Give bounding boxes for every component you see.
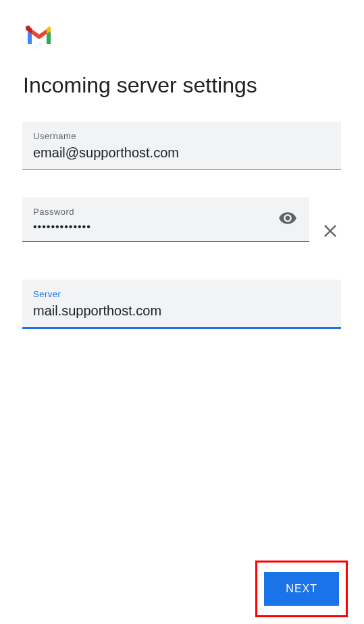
username-field-group[interactable]: Username (22, 122, 341, 170)
password-input[interactable]: ••••••••••••• (33, 221, 298, 233)
next-button-highlight: NEXT (255, 561, 348, 617)
username-input[interactable] (33, 145, 330, 161)
server-field-group[interactable]: Server (22, 280, 341, 329)
next-button[interactable]: NEXT (264, 572, 339, 606)
username-label: Username (33, 131, 330, 141)
clear-password-icon[interactable] (321, 222, 340, 243)
password-label: Password (33, 207, 298, 217)
show-password-icon[interactable] (278, 209, 297, 230)
password-field-group[interactable]: Password ••••••••••••• (22, 197, 309, 242)
page-title: Incoming server settings (23, 73, 257, 98)
gmail-logo (26, 26, 53, 49)
server-label: Server (33, 289, 330, 299)
server-input[interactable] (33, 303, 330, 319)
